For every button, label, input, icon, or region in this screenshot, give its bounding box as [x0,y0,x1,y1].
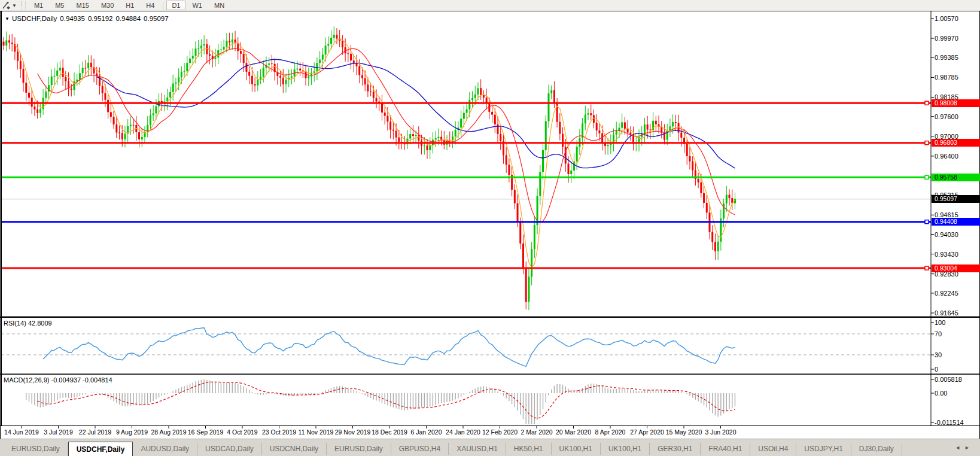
chart-tab-usdcnh-daily[interactable]: USDCNH,Daily [262,443,327,455]
chart-tab-dj30-daily[interactable]: DJ30,Daily [851,443,902,455]
chart-tab-fra40-h1[interactable]: FRA40,H1 [701,443,750,455]
rsi-axis-label: 0 [935,366,938,373]
chart-tab-gbpusd-h4[interactable]: GBPUSD,H4 [391,443,449,455]
chart-tab-ger30-h1[interactable]: GER30,H1 [650,443,701,455]
price-level-badge[interactable]: 0.98008 [932,99,980,107]
rsi-panel[interactable] [1,318,931,373]
chart-tab-eurusd-daily[interactable]: EURUSD,Daily [4,443,68,455]
chart-tab-usdjpy-h1[interactable]: USDJPY,H1 [796,443,851,455]
terminal-window: { "toolbar": { "timeframes": ["M1","M5",… [0,0,980,456]
chart-symbol-label: USDCHF,Daily [12,15,57,22]
y-axis-tick-label: 0.97600 [935,113,958,120]
ohlc-high: 0.95192 [88,15,113,22]
ohlc-close: 0.95097 [144,15,169,22]
chart-tab-usdcad-daily[interactable]: USDCAD,Daily [197,443,262,455]
y-axis-tick-label: 0.98785 [935,74,958,81]
chart-tab-eurusd-daily[interactable]: EURUSD,Daily [327,443,391,455]
chart-tab-uk100-h1[interactable]: UK100,H1 [552,443,601,455]
macd-axis-label: -0.011514 [935,419,964,426]
chart-tab-hk50-h1[interactable]: HK50,H1 [506,443,552,455]
rsi-axis-label: 100 [935,319,945,326]
chart-tab-uk100-h1[interactable]: UK100,H1 [601,443,650,455]
y-axis-tick-label: 0.92245 [935,290,958,297]
ohlc-low: 0.94884 [115,15,141,22]
price-level-badge[interactable]: 0.93004 [932,265,980,272]
y-axis-tick-label: 0.94030 [935,231,958,238]
x-axis-date-label: 3 Jun 2020 [698,428,744,436]
price-level-badge[interactable]: 0.94408 [932,218,980,226]
chart-tab-audusd-daily[interactable]: AUDUSD,Daily [133,443,197,455]
y-axis-tick-label: 0.91645 [935,309,958,317]
macd-label: MACD(12,26,9) -0.004937 -0.004814 [4,376,112,384]
rsi-axis-label: 30 [935,351,942,358]
current-price-badge: 0.95097 [932,195,980,203]
chart-tabs: EURUSD,DailyUSDCHF,DailyAUDUSD,DailyUSDC… [4,439,902,456]
y-axis-tick-label: 1.00570 [935,15,958,22]
ohlc-open: 0.94935 [60,15,85,22]
y-axis-tick-label: 0.96400 [935,153,958,160]
chart-dropdown-icon[interactable]: ▼ [5,16,10,22]
y-axis-tick-label: 0.99970 [935,35,958,42]
rsi-label: RSI(14) 42.8009 [4,320,52,327]
macd-axis-label: 0.00 [935,390,947,397]
tab-scroll-nav: ◄► [955,445,974,451]
tab-scroll-left-icon[interactable]: ◄ [955,445,964,451]
chart-tab-xauusd-h1[interactable]: XAUUSD,H1 [449,443,506,455]
chart-tab-usdchf-daily[interactable]: USDCHF,Daily [68,442,133,456]
chart-tab-usoil-h4[interactable]: USOil,H4 [750,443,796,455]
main-chart-panel[interactable] [1,11,931,316]
price-level-badge[interactable]: 0.95758 [932,174,980,181]
chart-title: ▼USDCHF,Daily0.949350.951920.948840.9509… [5,15,169,22]
rsi-axis-label: 70 [935,330,942,338]
chart-tab-bar: EURUSD,DailyUSDCHF,DailyAUDUSD,DailyUSDC… [0,439,980,456]
y-axis-tick-label: 0.93430 [935,251,958,258]
macd-panel[interactable] [1,375,931,425]
tab-scroll-right-icon[interactable]: ► [964,445,974,451]
macd-axis-label: 0.005818 [935,376,962,383]
y-axis-tick-label: 0.99385 [935,54,958,61]
price-level-badge[interactable]: 0.96803 [932,139,980,147]
